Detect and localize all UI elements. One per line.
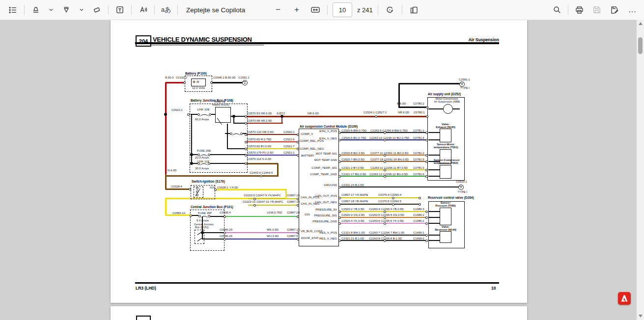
adobe-logo-icon xyxy=(620,294,628,302)
save-as-icon[interactable] xyxy=(608,3,621,17)
highlighter-dropdown-chevron-icon[interactable] xyxy=(47,3,55,17)
page-total-label: z 241 xyxy=(357,6,373,14)
toolbar-divider xyxy=(568,5,568,15)
zoom-out-button[interactable]: − xyxy=(271,3,285,17)
save-icon[interactable] xyxy=(590,3,604,17)
footer-model-label: LR3 (LHD) xyxy=(136,286,156,291)
vertical-scrollbar[interactable] xyxy=(637,20,644,320)
section-number: 204 xyxy=(136,35,151,47)
toolbar-divider xyxy=(131,5,132,15)
adobe-acrobat-button[interactable] xyxy=(618,292,631,305)
toolbar-divider xyxy=(402,5,402,15)
more-options-button[interactable]: … xyxy=(625,3,639,17)
read-aloud-icon[interactable] xyxy=(136,3,150,17)
toolbar-divider xyxy=(108,5,109,15)
toolbar-divider xyxy=(154,5,155,15)
print-icon[interactable] xyxy=(572,3,586,17)
fit-to-width-icon[interactable] xyxy=(308,3,322,17)
scroll-down-arrow-icon[interactable] xyxy=(639,315,643,318)
page-view-icon[interactable] xyxy=(407,3,421,17)
search-icon[interactable] xyxy=(550,3,564,17)
copilot-prompt[interactable]: Zeptejte se Copilota xyxy=(186,6,245,14)
pdf-next-page xyxy=(111,306,527,320)
toolbar-divider xyxy=(177,5,178,15)
highlighter-icon[interactable] xyxy=(29,3,43,17)
eraser-icon[interactable] xyxy=(90,3,104,17)
pen-dropdown-chevron-icon[interactable] xyxy=(78,3,85,17)
next-page-section-box xyxy=(136,316,151,320)
header-rule xyxy=(135,42,499,44)
rotate-icon[interactable] xyxy=(383,3,397,17)
pdf-page xyxy=(111,20,527,303)
page-number-input[interactable] xyxy=(333,2,352,17)
footer-rule xyxy=(135,282,499,284)
pdf-toolbar: aあ Zeptejte se Copilota − + z 241 xyxy=(0,0,644,20)
scroll-up-arrow-icon[interactable] xyxy=(639,22,643,25)
table-of-contents-icon[interactable] xyxy=(6,3,20,17)
scrollbar-thumb[interactable] xyxy=(638,37,643,54)
toolbar-divider xyxy=(327,5,328,15)
translate-icon[interactable]: aあ xyxy=(159,3,173,17)
add-text-icon[interactable] xyxy=(113,3,127,17)
header-rule-secondary xyxy=(152,45,264,46)
footer-page-number: 10 xyxy=(491,286,496,291)
draw-pen-icon[interactable] xyxy=(59,3,73,17)
toolbar-divider xyxy=(378,5,378,15)
section-subtitle: Air Suspension xyxy=(440,37,499,42)
zoom-in-button[interactable]: + xyxy=(290,3,304,17)
toolbar-divider xyxy=(24,5,25,15)
